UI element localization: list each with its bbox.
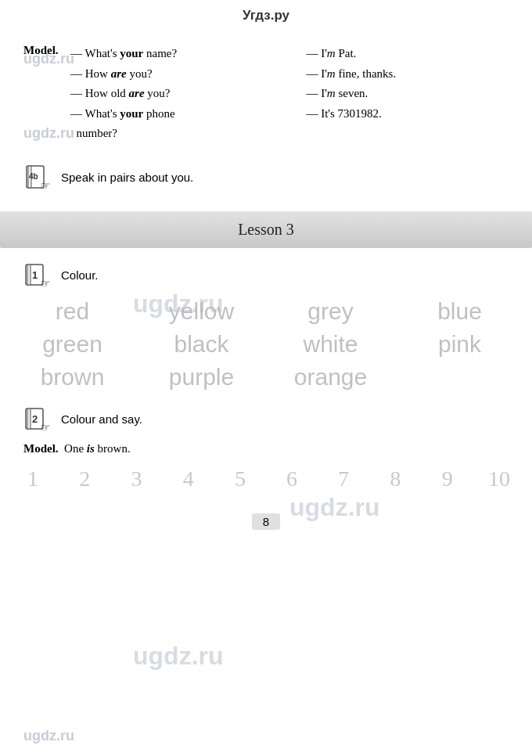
colour-row-1: red yellow grey blue [8, 298, 524, 325]
colour-brown: brown [8, 364, 137, 391]
lesson-banner: Lesson 3 [0, 211, 532, 248]
number-4: 4 [171, 466, 206, 491]
task-1-header: 1 ☞ Colour. [23, 261, 509, 290]
number-10: 10 [482, 466, 516, 491]
number-6: 6 [275, 466, 309, 491]
task-2-icon: 2 ☞ [23, 405, 53, 434]
number-8: 8 [379, 466, 413, 491]
svg-text:☞: ☞ [41, 180, 51, 192]
colour-green: green [8, 331, 137, 358]
model-label: Model. [23, 44, 70, 144]
colour-blue: blue [395, 298, 524, 325]
model-section: Model. — What's your name? — How are you… [0, 30, 532, 152]
task-2-label: Colour and say. [61, 412, 142, 426]
lesson-title: Lesson 3 [238, 221, 294, 238]
colour-black: black [137, 331, 266, 358]
site-title: Угдз.ру [243, 8, 289, 23]
watermark-5: ugdz.ru [133, 642, 224, 671]
task-4b-icon: 4b ☞ [23, 163, 53, 193]
svg-text:4b: 4b [29, 172, 38, 181]
colour-red: red [8, 298, 137, 325]
svg-text:1: 1 [32, 269, 38, 281]
svg-text:2: 2 [32, 413, 38, 425]
svg-rect-9 [27, 409, 31, 429]
model-answers: — I'm Pat. — I'm fine, thanks. — I'm sev… [290, 44, 509, 144]
number-2: 2 [67, 466, 102, 491]
colour-row-2: green black white pink [8, 331, 524, 358]
colour-grey: grey [266, 298, 395, 325]
colour-purple: purple [137, 364, 266, 391]
number-7: 7 [326, 466, 361, 491]
colour-white: white [266, 331, 395, 358]
colour-pink: pink [395, 331, 524, 358]
task-2-section: 2 ☞ Colour and say. [0, 397, 532, 437]
colour-row-3: brown purple orange [8, 364, 524, 391]
number-9: 9 [430, 466, 465, 491]
colour-yellow: yellow [137, 298, 266, 325]
number-1: 1 [16, 466, 50, 491]
task-1-label: Colour. [61, 268, 99, 282]
colour-orange: orange [266, 364, 395, 391]
number-3: 3 [119, 466, 153, 491]
model-2-section: Model. One is brown. [0, 437, 532, 466]
svg-text:☞: ☞ [41, 278, 51, 290]
number-5: 5 [223, 466, 257, 491]
model-2-label: Model. [23, 442, 59, 455]
watermark-6: ugdz.ru [23, 728, 74, 744]
svg-text:☞: ☞ [41, 422, 51, 434]
task-1-section: 1 ☞ Colour. [0, 261, 532, 290]
numbers-row: 1 2 3 4 5 6 7 8 9 10 [0, 466, 532, 491]
colour-words: red yellow grey blue green black white p… [0, 298, 532, 391]
task-4b-text: Speak in pairs about you. [61, 171, 193, 184]
model-questions: — What's your name? — How are you? — How… [70, 44, 290, 144]
page-number: 8 [252, 513, 280, 530]
task-4b: 4b ☞ Speak in pairs about you. [0, 152, 532, 203]
site-header: Угдз.ру [0, 0, 532, 30]
task-1-icon: 1 ☞ [23, 261, 53, 290]
page-number-section: 8 [0, 507, 532, 538]
svg-rect-5 [27, 265, 31, 285]
